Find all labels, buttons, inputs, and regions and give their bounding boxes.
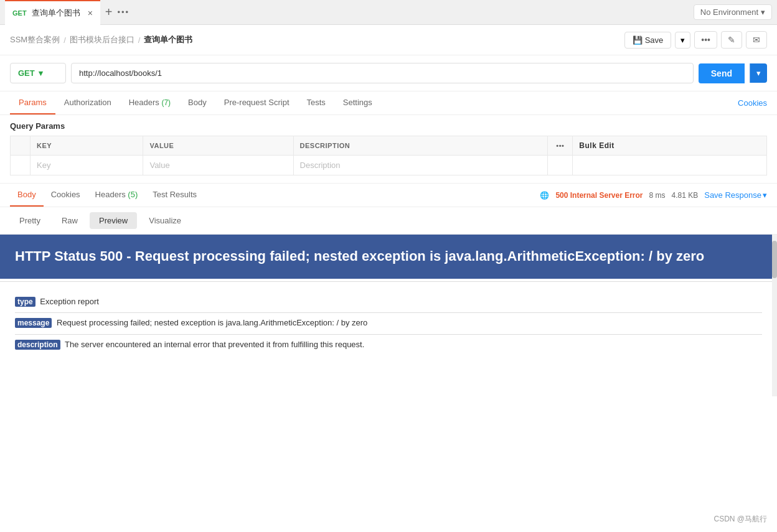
tab-method-badge: GET	[12, 9, 27, 17]
preview-tab-visualize-label: Visualize	[149, 216, 181, 225]
tab-headers-label: Headers	[129, 98, 162, 107]
method-chevron-icon: ▾	[39, 68, 43, 78]
tab-more-icon[interactable]: •••	[118, 7, 130, 17]
url-input[interactable]	[71, 63, 694, 83]
breadcrumb-actions: 💾 Save ▾ ••• ✎ ✉	[624, 31, 767, 49]
save-response-button[interactable]: Save Response ▾	[704, 190, 767, 200]
params-bulk-edit-header[interactable]: Bulk Edit	[573, 136, 767, 156]
response-section: Body Cookies Headers (5) Test Results 🌐 …	[0, 183, 777, 396]
cookies-link[interactable]: Cookies	[738, 98, 767, 108]
breadcrumb-part1[interactable]: SSM整合案例	[10, 34, 60, 45]
params-table: KEY VALUE DESCRIPTION ••• Bulk Edit Key …	[10, 136, 767, 175]
tab-authorization-label: Authorization	[64, 98, 111, 107]
message-value: Request processing failed; nested except…	[57, 318, 367, 327]
params-bulk-cell	[573, 156, 767, 175]
params-desc-placeholder: Description	[300, 161, 341, 170]
preview-tab-pretty-label: Pretty	[19, 216, 40, 225]
save-button[interactable]: 💾 Save	[624, 32, 672, 49]
description-value: The server encountered an internal error…	[65, 340, 364, 349]
params-value-cell[interactable]: Value	[143, 156, 293, 175]
save-label: Save	[645, 35, 664, 45]
more-options-button[interactable]: •••	[694, 31, 717, 49]
response-tab-cookies[interactable]: Cookies	[44, 184, 88, 207]
query-params-section: Query Params KEY VALUE DESCRIPTION ••• B…	[0, 115, 777, 175]
tab-tests[interactable]: Tests	[298, 91, 334, 114]
params-desc-header: DESCRIPTION	[293, 136, 548, 156]
env-label: No Environment	[700, 7, 758, 17]
active-tab[interactable]: GET 查询单个图书 ×	[5, 0, 100, 25]
send-dropdown-button[interactable]: ▾	[750, 63, 767, 83]
preview-tab-raw[interactable]: Raw	[52, 212, 87, 229]
preview-tab-preview[interactable]: Preview	[90, 212, 137, 229]
breadcrumb-sep2: /	[138, 35, 141, 45]
response-time: 8 ms	[649, 191, 666, 200]
tab-pre-request-label: Pre-request Script	[224, 98, 290, 107]
response-tab-body-label: Body	[17, 190, 36, 199]
http-status-title: HTTP Status 500 - Request processing fai…	[0, 235, 777, 279]
preview-tabs: Pretty Raw Preview Visualize	[0, 207, 777, 235]
params-key-placeholder: Key	[37, 161, 50, 170]
response-meta: 🌐 500 Internal Server Error 8 ms 4.81 KB…	[540, 190, 767, 200]
tab-settings[interactable]: Settings	[334, 91, 381, 114]
preview-divider-2	[15, 312, 762, 313]
url-bar: GET ▾ Send ▾	[0, 55, 777, 91]
params-row-checkbox[interactable]	[11, 156, 31, 175]
tab-params-label: Params	[19, 98, 47, 107]
tab-pre-request[interactable]: Pre-request Script	[215, 91, 298, 114]
send-button[interactable]: Send	[699, 63, 745, 83]
params-value-placeholder: Value	[149, 161, 169, 170]
response-tab-headers[interactable]: Headers (5)	[88, 184, 146, 207]
preview-html: HTTP Status 500 - Request processing fai…	[0, 235, 777, 362]
params-actions-cell	[548, 156, 573, 175]
params-key-header: KEY	[31, 136, 143, 156]
query-params-label: Query Params	[10, 121, 767, 131]
preview-tab-preview-label: Preview	[99, 216, 128, 225]
response-tab-cookies-label: Cookies	[51, 190, 80, 199]
save-dropdown-button[interactable]: ▾	[675, 32, 690, 49]
params-empty-row: Key Value Description	[11, 156, 767, 175]
edit-button[interactable]: ✎	[721, 31, 742, 49]
response-tab-body[interactable]: Body	[10, 184, 44, 207]
preview-body-text: type Exception report message Request pr…	[0, 284, 777, 362]
preview-tab-visualize[interactable]: Visualize	[139, 212, 191, 229]
cookies-link-label: Cookies	[738, 98, 767, 108]
preview-tab-raw-label: Raw	[62, 216, 78, 225]
scroll-indicator[interactable]	[772, 235, 777, 396]
type-value: Exception report	[40, 297, 99, 306]
tab-tests-label: Tests	[307, 98, 326, 107]
comment-button[interactable]: ✉	[746, 31, 767, 49]
breadcrumb-bar: SSM整合案例 / 图书模块后台接口 / 查询单个图书 💾 Save ▾ •••…	[0, 25, 777, 55]
response-tab-headers-label: Headers	[95, 190, 128, 199]
params-key-cell[interactable]: Key	[31, 156, 143, 175]
env-selector[interactable]: No Environment ▾	[694, 4, 772, 20]
params-value-header: VALUE	[143, 136, 293, 156]
tab-bar: GET 查询单个图书 × + ••• No Environment ▾	[0, 0, 777, 25]
tab-params[interactable]: Params	[10, 91, 55, 114]
save-response-chevron-icon: ▾	[763, 190, 767, 200]
breadcrumb-current: 查询单个图书	[144, 34, 192, 45]
tab-authorization[interactable]: Authorization	[55, 91, 120, 114]
breadcrumb-part2[interactable]: 图书模块后台接口	[70, 34, 134, 45]
response-tab-test-results-label: Test Results	[153, 190, 197, 199]
tab-settings-label: Settings	[343, 98, 372, 107]
preview-content: HTTP Status 500 - Request processing fai…	[0, 235, 777, 396]
tab-add-icon[interactable]: +	[100, 5, 118, 19]
tab-body-label: Body	[188, 98, 207, 107]
params-checkbox-header	[11, 136, 31, 156]
tab-close-icon[interactable]: ×	[88, 8, 93, 18]
response-tab-test-results[interactable]: Test Results	[145, 184, 204, 207]
method-label: GET	[18, 68, 35, 78]
description-line: description The server encountered an in…	[15, 337, 762, 352]
params-desc-cell[interactable]: Description	[293, 156, 548, 175]
tab-body[interactable]: Body	[179, 91, 215, 114]
preview-tab-pretty[interactable]: Pretty	[10, 212, 50, 229]
tab-headers[interactable]: Headers (7)	[120, 91, 179, 114]
method-selector[interactable]: GET ▾	[10, 63, 66, 83]
comment-icon: ✉	[753, 35, 760, 45]
edit-icon: ✎	[728, 35, 735, 45]
request-tabs: Params Authorization Headers (7) Body Pr…	[0, 91, 777, 115]
message-label: message	[15, 318, 52, 328]
type-line: type Exception report	[15, 294, 762, 309]
preview-divider-3	[15, 334, 762, 335]
env-chevron-icon: ▾	[761, 7, 765, 17]
